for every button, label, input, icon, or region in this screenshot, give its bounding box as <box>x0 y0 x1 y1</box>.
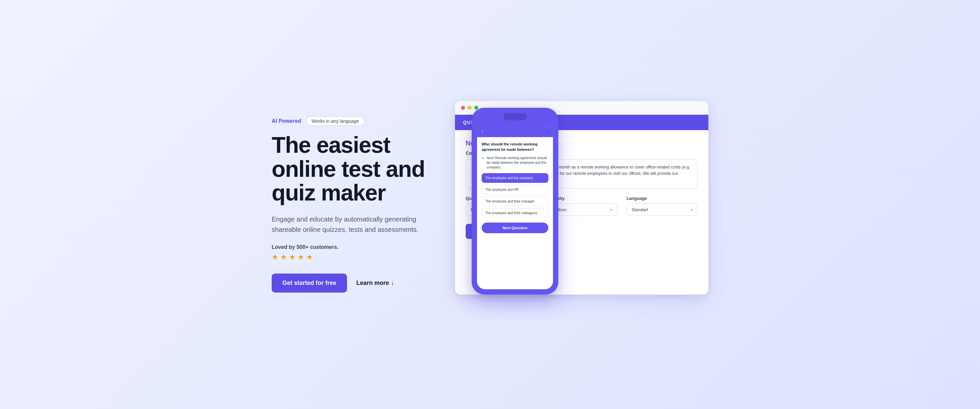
back-arrow-icon[interactable]: ‹ <box>482 128 483 134</box>
answer-option-0[interactable]: The employee and the company <box>482 173 548 183</box>
learn-more-text: Learn more <box>356 280 389 287</box>
answer-option-2-text: The employee and their manager <box>485 200 535 203</box>
answer-option-2[interactable]: The employee and their manager <box>482 197 548 206</box>
learn-more-arrow-icon: ↓ <box>391 280 394 287</box>
star-3: ★ <box>289 253 296 262</box>
window-dot-yellow <box>468 106 472 110</box>
correct-answer-row: ✔ Nice! Remote working agreement should … <box>482 156 548 170</box>
next-question-button[interactable]: Next Question <box>482 222 548 233</box>
chevron-down-icon-lang: ▾ <box>690 208 693 212</box>
answer-option-1[interactable]: The employee and HR <box>482 185 548 195</box>
answer-option-3-text: The employee and their colleagues <box>485 211 537 215</box>
star-1: ★ <box>272 253 278 262</box>
language-badge: Works in any language <box>306 117 365 126</box>
star-2: ★ <box>280 253 287 262</box>
phone-question: Who should the remote working agreement … <box>482 142 548 152</box>
sub-heading: Engage and educate by automatically gene… <box>272 214 445 235</box>
phone-notch <box>503 113 527 120</box>
phone-content: Who should the remote working agreement … <box>477 137 553 289</box>
phone-inner: ‹ Who should the remote working agreemen… <box>477 125 553 289</box>
window-dot-red <box>461 106 465 110</box>
check-circle-icon: ✔ <box>482 156 485 160</box>
answer-option-1-text: The employee and HR <box>485 188 519 192</box>
stars-row: ★ ★ ★ ★ ★ <box>272 253 445 262</box>
star-4: ★ <box>298 253 304 262</box>
main-heading: The easiest online test and quiz maker <box>272 133 445 204</box>
ai-powered-label: AI Powered <box>272 118 301 124</box>
answer-option-0-text: The employee and the company <box>485 176 533 180</box>
learn-more-link[interactable]: Learn more ↓ <box>356 280 394 287</box>
cta-row: Get started for free Learn more ↓ <box>272 273 445 292</box>
left-section: AI Powered Works in any language The eas… <box>272 117 445 292</box>
star-5: ★ <box>306 253 313 262</box>
answer-option-3[interactable]: The employee and their colleagues <box>482 208 548 218</box>
get-started-button[interactable]: Get started for free <box>272 273 347 292</box>
loved-text: Loved by 500+ customers. <box>272 244 445 250</box>
correct-answer-text: Nice! Remote working agreement should be… <box>487 156 548 170</box>
language-select[interactable]: Standart ▾ <box>627 203 698 216</box>
badges-row: AI Powered Works in any language <box>272 117 445 126</box>
field-label-language: Language <box>627 196 698 201</box>
phone-header: ‹ <box>477 125 553 137</box>
right-section: QUIZGECKO New Quiz Copy & Paste Text Rem… <box>472 94 708 315</box>
chevron-down-icon-diff: ▾ <box>610 208 612 212</box>
mobile-phone: ‹ Who should the remote working agreemen… <box>472 108 558 295</box>
language-value: Standart <box>632 207 648 212</box>
field-language: Language Standart ▾ <box>627 196 698 216</box>
